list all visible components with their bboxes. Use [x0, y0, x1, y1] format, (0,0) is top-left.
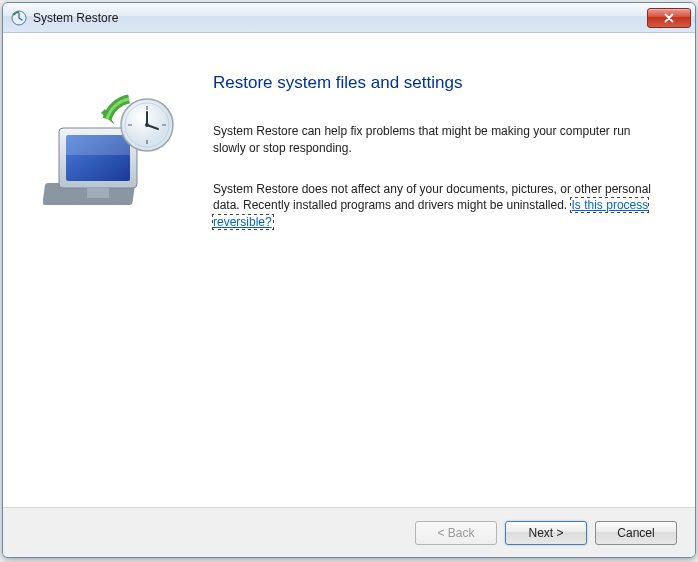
svg-rect-6 [87, 188, 109, 198]
text-panel: Restore system files and settings System… [203, 53, 695, 507]
svg-rect-7 [77, 198, 119, 204]
next-button[interactable]: Next > [505, 521, 587, 545]
system-restore-graphic-icon [43, 93, 183, 223]
window-title: System Restore [33, 11, 647, 25]
cancel-button[interactable]: Cancel [595, 521, 677, 545]
info-paragraph: System Restore does not affect any of yo… [213, 181, 655, 231]
close-icon [664, 13, 674, 23]
wizard-content: Restore system files and settings System… [3, 33, 695, 507]
svg-rect-5 [66, 135, 130, 155]
titlebar[interactable]: System Restore [3, 3, 695, 33]
close-button[interactable] [647, 8, 691, 28]
wizard-button-bar: < Back Next > Cancel [3, 507, 695, 557]
intro-paragraph: System Restore can help fix problems tha… [213, 123, 655, 157]
svg-point-16 [145, 123, 149, 127]
system-restore-window: System Restore [2, 2, 696, 558]
page-heading: Restore system files and settings [213, 73, 655, 93]
back-button[interactable]: < Back [415, 521, 497, 545]
system-restore-icon [11, 10, 27, 26]
graphic-panel [23, 53, 203, 507]
